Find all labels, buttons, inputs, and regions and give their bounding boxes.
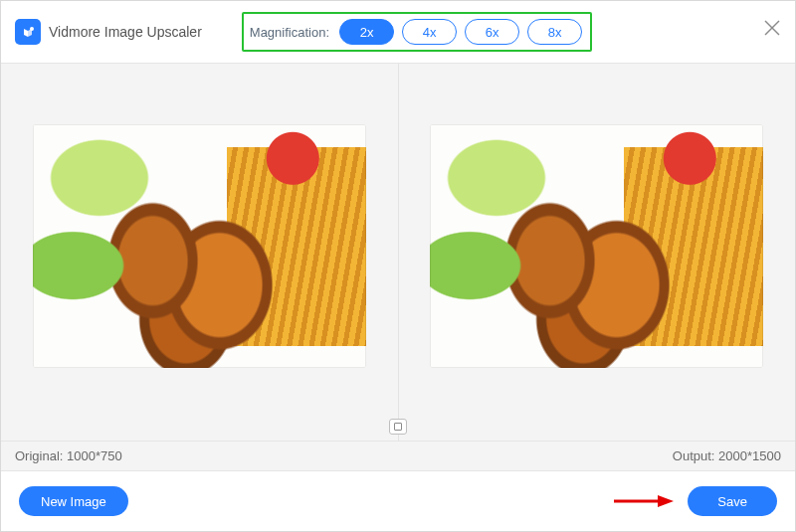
preview-area <box>1 63 795 442</box>
top-bar: Vidmore Image Upscaler Magnification: 2x… <box>1 1 795 63</box>
output-dimensions: Output: 2000*1500 <box>673 448 781 463</box>
app-title: Vidmore Image Upscaler <box>49 24 202 40</box>
save-button[interactable]: Save <box>688 486 777 516</box>
new-image-button[interactable]: New Image <box>19 486 128 516</box>
magnification-option-4x[interactable]: 4x <box>402 19 457 45</box>
close-button[interactable] <box>763 19 781 37</box>
original-pane <box>1 64 399 441</box>
magnification-option-8x[interactable]: 8x <box>527 19 582 45</box>
output-pane <box>399 64 796 441</box>
original-image <box>33 124 366 368</box>
output-image <box>430 124 763 368</box>
brand: Vidmore Image Upscaler <box>15 19 202 45</box>
magnification-option-6x[interactable]: 6x <box>465 19 519 45</box>
svg-marker-4 <box>658 495 674 507</box>
app-window: Vidmore Image Upscaler Magnification: 2x… <box>0 0 796 532</box>
magnification-options: 2x 4x 6x 8x <box>339 19 582 45</box>
magnification-label: Magnification: <box>250 25 329 40</box>
magnification-option-2x[interactable]: 2x <box>339 19 394 45</box>
original-dimensions: Original: 1000*750 <box>15 448 122 463</box>
svg-point-0 <box>30 27 34 31</box>
app-logo-icon <box>15 19 41 45</box>
magnification-group: Magnification: 2x 4x 6x 8x <box>242 12 592 52</box>
close-icon <box>763 19 781 37</box>
arrow-annotation-icon <box>612 493 674 509</box>
bottom-bar: New Image Save <box>1 471 795 531</box>
compare-toggle-button[interactable] <box>389 419 407 435</box>
info-row: Original: 1000*750 Output: 2000*1500 <box>1 442 795 471</box>
